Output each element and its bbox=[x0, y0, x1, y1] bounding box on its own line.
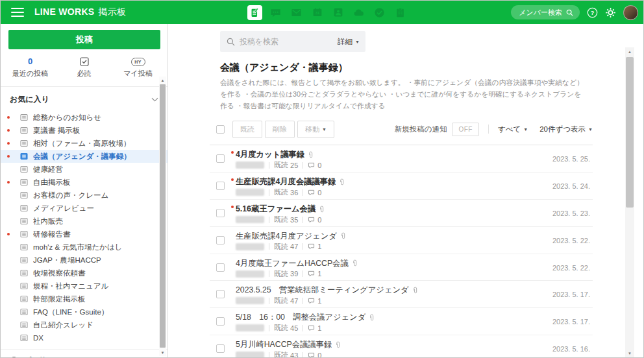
sidebar-board-item[interactable]: お客様の声・クレーム bbox=[1, 189, 167, 202]
sidebar-board-item[interactable]: 自己紹介スレッド bbox=[1, 318, 167, 331]
post-title[interactable]: 4月度蔵王ファームHACCP会議 bbox=[236, 258, 349, 269]
post-checkbox[interactable] bbox=[216, 344, 225, 353]
must-read-shortcut[interactable]: 必読 bbox=[57, 56, 111, 78]
message-app-icon[interactable] bbox=[268, 5, 283, 20]
post-search-bar[interactable]: 投稿を検索 詳細▼ bbox=[220, 31, 365, 52]
scroll-down-arrow[interactable]: ▼ bbox=[159, 349, 166, 356]
post-date: 2023. 5. 23. bbox=[552, 209, 590, 217]
post-checkbox[interactable] bbox=[216, 182, 225, 190]
comment-bubble-icon bbox=[308, 270, 315, 277]
scrollbar-thumb[interactable] bbox=[626, 57, 634, 208]
comment-count[interactable]: 0 bbox=[308, 189, 321, 197]
post-title[interactable]: 5.16蔵王ファーム会議 bbox=[236, 204, 316, 215]
sidebar-board-item[interactable]: 社内販売 bbox=[1, 215, 167, 228]
calendar-app-icon[interactable]: 31 bbox=[310, 5, 325, 20]
sidebar-board-item[interactable]: 牧場視察依頼書 bbox=[1, 267, 167, 280]
search-input[interactable]: 投稿を検索 bbox=[240, 36, 338, 47]
comment-count[interactable]: 0 bbox=[308, 352, 321, 357]
board-icon bbox=[20, 295, 28, 303]
attachment-icon bbox=[339, 178, 345, 186]
scroll-up-arrow[interactable]: ▲ bbox=[625, 48, 634, 55]
divider bbox=[303, 298, 303, 304]
top-header: LINE WORKS掲示板 bbox=[1, 1, 643, 24]
filter-dropdown[interactable]: すべて▼ bbox=[498, 125, 528, 134]
post-checkbox[interactable] bbox=[216, 263, 225, 272]
recent-posts-shortcut[interactable]: 0 最近の投稿 bbox=[3, 56, 57, 78]
search-detail-button[interactable]: 詳細▼ bbox=[338, 37, 360, 47]
sidebar-board-item[interactable]: moh'z & 元気市場たかはし bbox=[1, 241, 167, 254]
delete-button[interactable]: 削除 bbox=[265, 121, 295, 138]
my-posts-shortcut[interactable]: HY マイ投稿 bbox=[111, 56, 165, 78]
main-scrollbar[interactable]: ▲ ▼ bbox=[625, 47, 634, 357]
post-title[interactable]: 5月川崎HACCP会議議事録 bbox=[236, 339, 332, 350]
scrollbar-thumb[interactable] bbox=[160, 84, 166, 348]
member-search-button[interactable]: メンバー検索 bbox=[511, 5, 580, 19]
favorites-header[interactable]: お気に入り bbox=[1, 86, 167, 109]
drive-app-icon[interactable] bbox=[351, 5, 366, 20]
board-icon bbox=[20, 139, 28, 147]
sidebar-board-item[interactable]: 総務からのお知らせ bbox=[1, 111, 167, 124]
post-title[interactable]: 生産販売課4月度会議議事録 bbox=[236, 176, 336, 187]
gear-icon[interactable] bbox=[605, 7, 616, 18]
form-app-icon[interactable] bbox=[393, 5, 408, 20]
cloud-icon bbox=[353, 6, 365, 19]
scroll-up-arrow[interactable]: ▲ bbox=[159, 77, 166, 84]
caret-down-icon: ▼ bbox=[322, 127, 327, 132]
sidebar-board-item[interactable]: 幹部限定掲示板 bbox=[1, 292, 167, 305]
page-size-dropdown[interactable]: 20件ずつ表示▼ bbox=[539, 125, 593, 134]
comment-count[interactable]: 1 bbox=[308, 270, 321, 278]
sidebar-board-item[interactable]: 研修報告書 bbox=[1, 228, 167, 241]
divider bbox=[303, 270, 303, 277]
mail-app-icon[interactable] bbox=[289, 5, 304, 20]
notification-toggle[interactable]: OFF bbox=[452, 123, 479, 136]
help-icon[interactable]: ? bbox=[587, 7, 598, 18]
read-count-label: 既読 bbox=[274, 215, 288, 224]
read-count-label: 既読 bbox=[274, 296, 288, 305]
trash-item[interactable]: ゴミ箱 bbox=[1, 349, 167, 358]
new-post-button[interactable]: 投稿 bbox=[8, 30, 160, 49]
post-title[interactable]: 2023.5.25 営業統括部ミーティングアジェンダ bbox=[236, 285, 409, 296]
sidebar-board-item[interactable]: 健康経営 bbox=[1, 163, 167, 176]
author-name-redacted bbox=[236, 216, 264, 223]
task-app-icon[interactable] bbox=[372, 5, 387, 20]
user-avatar[interactable] bbox=[623, 5, 638, 20]
move-button[interactable]: 移動▼ bbox=[297, 121, 334, 138]
sidebar-scrollbar[interactable]: ▲ ▼ bbox=[159, 77, 166, 356]
board-name: 総務からのお知らせ bbox=[33, 113, 101, 123]
sidebar-board-item[interactable]: メディアレビュー bbox=[1, 202, 167, 215]
hamburger-menu-icon[interactable] bbox=[11, 8, 24, 17]
sidebar-board-item[interactable]: DX bbox=[1, 331, 167, 344]
read-count: 36 bbox=[290, 189, 298, 197]
divider bbox=[303, 352, 303, 357]
board-name: 稟議書 掲示板 bbox=[33, 126, 80, 136]
post-checkbox[interactable] bbox=[216, 209, 225, 217]
select-all-checkbox[interactable] bbox=[216, 125, 225, 134]
post-checkbox[interactable] bbox=[216, 317, 225, 326]
scroll-down-arrow[interactable]: ▼ bbox=[625, 350, 634, 357]
comment-count[interactable]: 0 bbox=[308, 216, 321, 224]
sidebar-board-item[interactable]: 規程・社内マニュアル bbox=[1, 280, 167, 292]
unread-dot bbox=[231, 206, 234, 208]
comment-count[interactable]: 1 bbox=[308, 324, 321, 332]
comment-count[interactable]: 0 bbox=[308, 161, 321, 169]
board-app-icon[interactable] bbox=[247, 5, 262, 20]
sidebar-board-item[interactable]: 自由掲示板 bbox=[1, 176, 167, 189]
comment-count[interactable]: 1 bbox=[308, 243, 321, 250]
post-title[interactable]: 5/18 16：00 調整会議アジェンダ bbox=[236, 312, 365, 323]
mark-read-button[interactable]: 既読 bbox=[232, 121, 262, 138]
board-name: 相対（ファーム・高原牧場） bbox=[33, 139, 130, 149]
sidebar-board-item[interactable]: 相対（ファーム・高原牧場） bbox=[1, 137, 167, 150]
comment-count[interactable]: 1 bbox=[308, 297, 321, 305]
comment-bubble-icon bbox=[308, 162, 315, 169]
post-title[interactable]: 生産販売課4月度アジェンダ bbox=[236, 231, 337, 242]
contacts-app-icon[interactable] bbox=[330, 5, 345, 20]
sidebar-board-item[interactable]: FAQ（LINE・Gsuite） bbox=[1, 305, 167, 318]
chat-icon bbox=[269, 6, 282, 19]
sidebar-board-item[interactable]: 会議（アジェンダ・議事録） bbox=[1, 150, 167, 163]
post-checkbox[interactable] bbox=[216, 154, 225, 163]
post-checkbox[interactable] bbox=[216, 290, 225, 298]
post-checkbox[interactable] bbox=[216, 236, 225, 245]
sidebar-board-item[interactable]: 稟議書 掲示板 bbox=[1, 124, 167, 137]
post-title[interactable]: 4月度カット議事録 bbox=[236, 149, 304, 160]
sidebar-board-item[interactable]: JGAP・農場HACCP bbox=[1, 254, 167, 267]
